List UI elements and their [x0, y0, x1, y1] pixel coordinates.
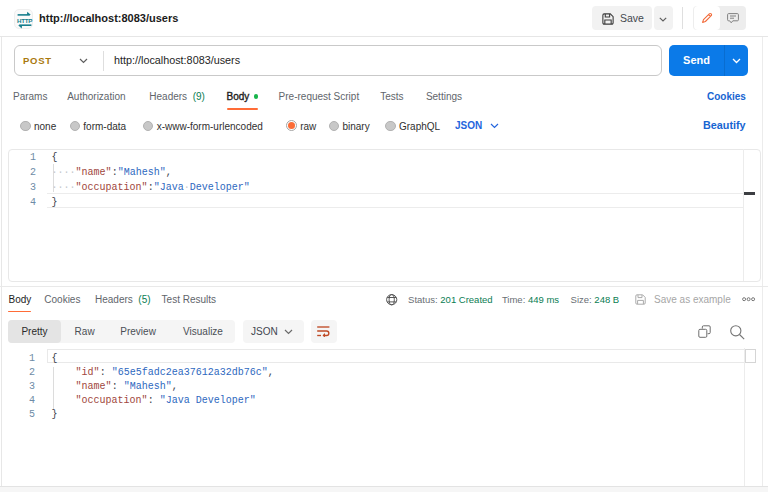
svg-text:HTTP: HTTP [17, 16, 32, 23]
